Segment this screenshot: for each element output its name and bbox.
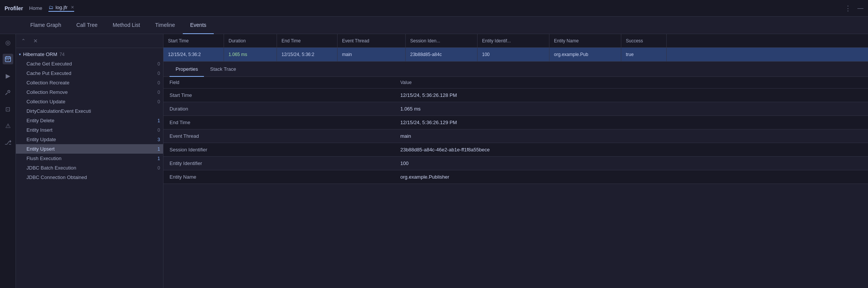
- sidebar-item-entity-insert[interactable]: Entity Insert 0: [16, 125, 163, 135]
- tree-item-label: DirtyCalculationEvent Executi: [26, 108, 158, 114]
- svg-rect-2: [8, 59, 9, 60]
- detail-row-session-identifier: Session Identifier 23b88d85-a84c-46e2-ab…: [163, 143, 868, 157]
- title-bar: Profiler Home 🗂 log.jfr ✕ ⋮ —: [0, 0, 868, 17]
- detail-value-event-thread: main: [400, 133, 862, 139]
- detail-field-start-time: Start Time: [170, 92, 400, 98]
- home-link[interactable]: Home: [29, 5, 42, 11]
- tab-timeline[interactable]: Timeline: [148, 17, 182, 34]
- sidebar-item-jdbc-batch-execution[interactable]: JDBC Batch Execution 0: [16, 163, 163, 173]
- tree-item-count: 3: [157, 137, 160, 142]
- sidebar-tree: ▾ Hibernate ORM 74 Cache Get Executed 0 …: [16, 48, 163, 288]
- cell-entity-identif: 100: [478, 48, 549, 61]
- col-header-success[interactable]: Success: [621, 34, 667, 47]
- tab-stack-trace[interactable]: Stack Trace: [204, 62, 242, 77]
- sidebar-item-entity-upsert[interactable]: Entity Upsert 1: [16, 144, 163, 154]
- tree-item-label: Collection Recreate: [26, 80, 155, 86]
- folder-icon: 🗂: [48, 5, 53, 10]
- col-header-entity-identif[interactable]: Entity Identif...: [478, 34, 549, 47]
- target-icon[interactable]: ◎: [3, 37, 13, 48]
- tree-item-label: Entity Delete: [26, 118, 155, 123]
- group-label: Hibernate ORM: [23, 51, 57, 57]
- cell-duration: 1.065 ms: [224, 48, 277, 61]
- tree-item-count: 1: [157, 156, 160, 161]
- detail-col-value-label: Value: [400, 80, 862, 85]
- col-header-end-time[interactable]: End Time: [277, 34, 338, 47]
- tree-item-count: 0: [157, 61, 160, 67]
- sidebar-item-jdbc-connection-obtained[interactable]: JDBC Connection Obtained: [16, 173, 163, 182]
- icon-rail: ◎ ▶ ⊡ ⚠ ⎇: [0, 34, 16, 288]
- sidebar-item-flush-execution[interactable]: Flush Execution 1: [16, 154, 163, 163]
- terminal-icon[interactable]: ⊡: [3, 104, 13, 114]
- main-layout: ◎ ▶ ⊡ ⚠ ⎇ ⌃ ✕ ▾: [0, 34, 868, 288]
- git-icon[interactable]: ⎇: [3, 137, 13, 148]
- detail-tabs: Properties Stack Trace: [163, 62, 868, 77]
- sidebar-item-entity-update[interactable]: Entity Update 3: [16, 135, 163, 144]
- cell-entity-name: org.example.Pub: [549, 48, 621, 61]
- sidebar-item-collection-remove[interactable]: Collection Remove 0: [16, 87, 163, 97]
- detail-row-entity-name: Entity Name org.example.Publisher: [163, 170, 868, 184]
- detail-row-entity-identifier: Entity Identifier 100: [163, 157, 868, 170]
- svg-rect-0: [5, 57, 11, 62]
- chevron-down-icon: ▾: [19, 52, 21, 56]
- detail-row-duration: Duration 1.065 ms: [163, 102, 868, 116]
- active-tab[interactable]: 🗂 log.jfr ✕: [48, 5, 74, 12]
- detail-value-end-time: 12/15/24, 5:36:26.129 PM: [400, 120, 862, 125]
- tree-item-count: 0: [157, 80, 160, 86]
- detail-row-event-thread: Event Thread main: [163, 129, 868, 143]
- calendar-icon[interactable]: [3, 54, 13, 64]
- sidebar-item-collection-recreate[interactable]: Collection Recreate 0: [16, 78, 163, 87]
- tree-item-label: Entity Upsert: [26, 146, 155, 152]
- tab-call-tree[interactable]: Call Tree: [69, 17, 105, 34]
- detail-field-duration: Duration: [170, 106, 400, 112]
- col-header-duration[interactable]: Duration: [224, 34, 277, 47]
- detail-field-entity-identifier: Entity Identifier: [170, 160, 400, 166]
- cell-session-iden: 23b88d85-a84c: [406, 48, 478, 61]
- detail-value-entity-identifier: 100: [400, 160, 862, 166]
- tab-properties[interactable]: Properties: [170, 62, 204, 77]
- sidebar-item-collection-update[interactable]: Collection Update 0: [16, 97, 163, 106]
- tree-item-count: 0: [157, 165, 160, 171]
- events-table-header: Start Time Duration End Time Event Threa…: [163, 34, 868, 48]
- detail-panel: Properties Stack Trace Field Value Start…: [163, 62, 868, 288]
- tree-item-label: Collection Update: [26, 99, 155, 104]
- sidebar-item-entity-delete[interactable]: Entity Delete 1: [16, 116, 163, 125]
- tree-item-label: Cache Get Executed: [26, 61, 155, 67]
- group-count: 74: [59, 52, 64, 57]
- tree-item-count: 1: [157, 146, 160, 152]
- col-header-event-thread[interactable]: Event Thread: [338, 34, 406, 47]
- col-header-session-iden[interactable]: Session Iden...: [406, 34, 478, 47]
- tab-method-list[interactable]: Method List: [105, 17, 148, 34]
- play-icon[interactable]: ▶: [3, 70, 13, 81]
- svg-rect-1: [6, 59, 7, 60]
- tree-item-label: JDBC Batch Execution: [26, 165, 155, 171]
- close-tab-button[interactable]: ✕: [71, 5, 74, 10]
- minimize-button[interactable]: —: [857, 5, 863, 12]
- col-header-entity-name[interactable]: Entity Name: [549, 34, 621, 47]
- tree-item-label: Flush Execution: [26, 156, 155, 161]
- tree-group-hibernate-orm[interactable]: ▾ Hibernate ORM 74: [16, 50, 163, 59]
- sidebar: ⌃ ✕ ▾ Hibernate ORM 74 Cache Get Execute…: [16, 34, 163, 288]
- tree-item-count: 0: [157, 71, 160, 76]
- collapse-button[interactable]: ⌃: [19, 36, 28, 45]
- detail-field-event-thread: Event Thread: [170, 133, 400, 139]
- menu-button[interactable]: ⋮: [845, 4, 851, 12]
- detail-row-end-time: End Time 12/15/24, 5:36:26.129 PM: [163, 116, 868, 129]
- tree-item-label: Collection Remove: [26, 89, 155, 95]
- tools-icon[interactable]: [3, 87, 13, 98]
- sidebar-item-cache-put-executed[interactable]: Cache Put Executed 0: [16, 68, 163, 78]
- col-header-start-time[interactable]: Start Time: [163, 34, 224, 47]
- tab-flame-graph[interactable]: Flame Graph: [23, 17, 69, 34]
- close-sidebar-button[interactable]: ✕: [31, 36, 40, 45]
- table-row[interactable]: 12/15/24, 5:36:2 1.065 ms 12/15/24, 5:36…: [163, 48, 868, 61]
- sidebar-item-cache-get-executed[interactable]: Cache Get Executed 0: [16, 59, 163, 68]
- detail-field-entity-name: Entity Name: [170, 174, 400, 180]
- detail-content: Field Value Start Time 12/15/24, 5:36:26…: [163, 77, 868, 288]
- cell-start-time: 12/15/24, 5:36:2: [163, 48, 224, 61]
- alert-icon[interactable]: ⚠: [3, 120, 13, 131]
- cell-event-thread: main: [338, 48, 406, 61]
- detail-value-session-identifier: 23b88d85-a84c-46e2-ab1e-ff1f8a55bece: [400, 147, 862, 153]
- tab-events[interactable]: Events: [183, 17, 214, 34]
- sidebar-item-dirty-calculation[interactable]: DirtyCalculationEvent Executi: [16, 106, 163, 116]
- tree-item-count: 0: [157, 128, 160, 133]
- tree-item-count: 1: [157, 118, 160, 123]
